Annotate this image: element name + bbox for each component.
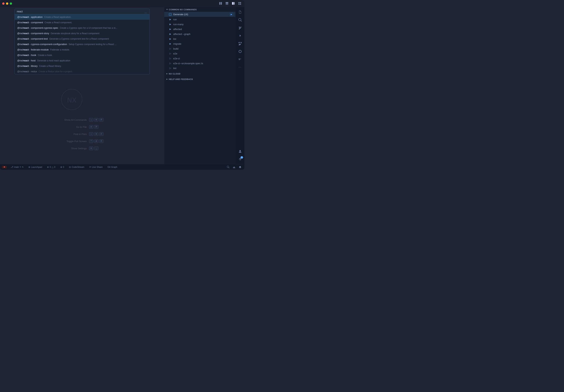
svg-rect-1 [221,2,222,5]
close-button[interactable] [2,2,4,5]
nx-item-e2e-ci[interactable]: ▷ e2e-ci [164,56,235,61]
minimize-button[interactable] [6,2,8,5]
title-bar [0,0,244,7]
nx-logo: NX [60,88,83,111]
cp-item-2[interactable]: @nx/react - component Create a React com… [15,20,150,25]
nx-item-e2e[interactable]: ▷ e2e [164,51,235,56]
cp-item-7[interactable]: @nx/react - federate-module Federate a m… [15,47,150,52]
svg-rect-7 [240,2,241,3]
cp-item-6[interactable]: @nx/react - cypress-component-configurat… [15,41,150,47]
nx-item-migrate[interactable]: ▶ migrate [164,41,235,46]
svg-rect-0 [219,2,220,5]
title-bar-controls [218,1,242,6]
status-accounts-icon[interactable] [232,165,237,169]
command-palette-input-wrap [14,9,150,14]
command-palette: ··· @nx/react - application Create a Rea… [0,7,164,164]
cp-item-11[interactable]: @nx/react - redux Create a Redux slice f… [15,69,150,74]
traffic-lights [2,2,12,5]
nx-item-run[interactable]: ▶ run [164,17,235,22]
lint-icon: ▷ [169,67,172,70]
command-palette-input[interactable] [17,10,147,13]
nx-section-header-common[interactable]: ▾ COMMON NX COMMANDS [164,7,235,12]
status-search-icon[interactable] [226,165,230,169]
branch-icon: ⎇ [11,166,13,168]
svg-rect-8 [239,4,240,5]
generate-run-icon[interactable]: ▶ [230,13,233,16]
nx-section-header-help[interactable]: ▸ HELP AND FEEDBACK [164,77,235,81]
cp-item-5[interactable]: @nx/react - component-test Generate a Cy… [15,36,150,41]
editor-area: ··· @nx/react - application Create a Rea… [0,7,164,164]
sidebar-right-icon[interactable] [231,1,236,6]
status-gitgraph[interactable]: Git Graph [106,165,118,169]
status-launchpad[interactable]: ⊕ Launchpad [27,165,43,169]
cp-more-button[interactable]: ··· [144,11,147,15]
cp-item-8[interactable]: @nx/react - hook Create a hook. [15,52,150,58]
status-right [226,165,242,169]
affected-icon: ▶ [169,27,172,31]
nx-panel-content: ▾ COMMON NX COMMANDS ▢ Generate (UI) ▶ ▶… [164,7,235,164]
cp-results: @nx/react - application Create a React a… [14,14,150,74]
list-icon: ▶ [169,37,172,40]
nx-item-lint[interactable]: ▷ lint [164,66,235,71]
cp-item-10[interactable]: @nx/react - library Create a React libra… [15,63,150,69]
svg-rect-3 [226,4,228,5]
status-errors[interactable]: ⊗ 0 △ 0 [46,165,56,169]
status-close[interactable]: ✕ [2,166,7,168]
nx-item-list[interactable]: ▶ list [164,36,235,41]
nx-section-common: ▾ COMMON NX COMMANDS ▢ Generate (UI) ▶ ▶… [164,7,235,71]
status-codestream[interactable]: ⊟ CodeStream [68,165,85,169]
svg-rect-4 [232,2,234,5]
status-liveshare[interactable]: ⟳ Live Share [88,165,104,169]
run-icon: ▶ [169,18,172,21]
status-branch[interactable]: ⎇ main ↻ ⇅ [9,165,25,169]
account-icon[interactable] [237,148,243,155]
run-many-icon: ▶ [169,23,172,26]
cp-item-4[interactable]: @nx/react - component-story Generate sto… [15,31,150,36]
svg-rect-2 [226,2,228,4]
nx-section-help: ▸ HELP AND FEEDBACK [164,77,235,81]
status-bar: ✕ ⎇ main ↻ ⇅ ⊕ Launchpad ⊗ 0 △ 0 ⊗ 0 ⊟ C… [0,164,244,170]
branch-name: main [14,166,19,168]
grid-layout-icon[interactable] [237,1,242,6]
cp-item-1[interactable]: @nx/react - application Create a React a… [15,14,150,20]
nx-item-affected[interactable]: ▶ affected [164,27,235,31]
more-activities-icon[interactable]: ··· [237,64,243,71]
svg-rect-6 [239,2,240,3]
cp-item-9[interactable]: @nx/react - host Generate a host react a… [15,58,150,63]
files-icon[interactable] [237,9,243,15]
maximize-button[interactable] [10,2,12,5]
settings-icon[interactable]: 1 [237,156,243,162]
nx-icon[interactable]: N² [237,56,243,63]
cp-item-3[interactable]: @nx/react - component-cypress-spec Creat… [15,25,150,31]
nx-section-cloud: ▸ NX CLOUD [164,71,235,76]
nx-section-header-cloud[interactable]: ▸ NX CLOUD [164,71,235,76]
nx-item-e2e-ci-spec[interactable]: ▷ e2e-ci--src/example.spec.ts [164,61,235,66]
status-ports[interactable]: ⊗ 0 [59,165,65,169]
shortcut-toggle-fullscreen: Toggle Full Screen ^ ⌘ F [60,139,104,143]
nx-item-affected-graph[interactable]: ▶ affected --graph [164,31,235,36]
source-control-icon[interactable] [237,24,243,31]
svg-text:NX: NX [67,96,76,104]
build-icon: ▷ [169,47,172,50]
shortcut-find-in-files: Find in Files ⇧ ⌘ F [60,132,104,136]
shortcut-go-to-file: Go to File ⌘ P [60,125,99,129]
affected-graph-icon: ▶ [169,32,172,36]
svg-rect-5 [234,2,235,5]
search-icon[interactable] [237,16,243,23]
status-notifications-icon[interactable] [238,165,242,169]
svg-rect-9 [240,4,241,5]
editor-layout-icon[interactable] [218,1,223,6]
remote-icon[interactable] [237,48,243,55]
nx-item-generate[interactable]: ▢ Generate (UI) ▶ [164,12,235,17]
e2e-ci-icon: ▷ [169,57,172,60]
nx-item-run-many[interactable]: ▶ run-many [164,22,235,27]
panel-layout-icon[interactable] [225,1,229,6]
nx-item-build[interactable]: ▷ build [164,46,235,51]
migrate-icon: ▶ [169,42,172,45]
terminal-icon: ▢ [169,13,172,16]
e2e-icon: ▷ [169,52,172,55]
shortcut-show-all-commands: Show All Commands ⇧ ⌘ P [60,118,104,122]
run-debug-icon[interactable] [237,32,243,39]
shortcut-show-settings: Show Settings ⌘ , [60,147,99,150]
extensions-icon[interactable] [237,40,243,47]
